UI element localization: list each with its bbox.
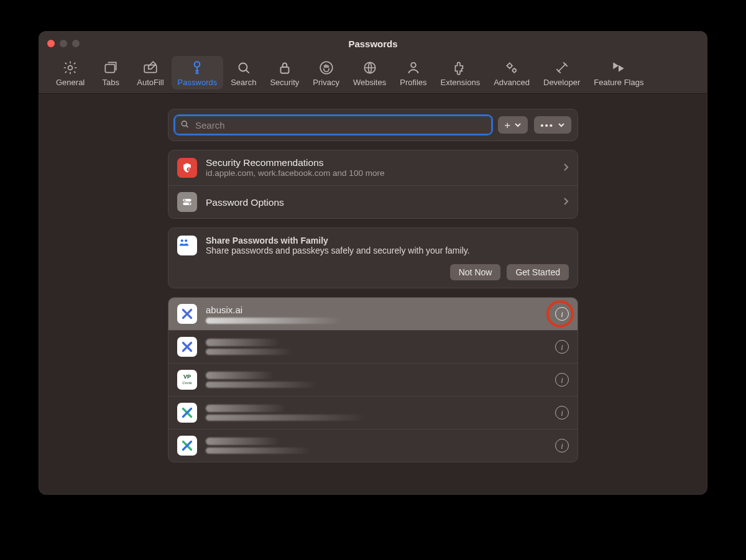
- gears-icon: [504, 60, 520, 76]
- entry-site-redacted: [206, 372, 274, 379]
- share-passwords-panel: Share Passwords with Family Share passwo…: [168, 227, 578, 288]
- svg-point-8: [411, 63, 416, 68]
- search-icon: [180, 119, 190, 131]
- tab-developer[interactable]: Developer: [537, 56, 586, 90]
- info-button[interactable]: i: [555, 340, 569, 354]
- flags-icon: [610, 60, 627, 76]
- window-title: Passwords: [348, 39, 397, 49]
- svg-point-9: [508, 64, 512, 68]
- tab-label: AutoFill: [137, 78, 163, 87]
- svg-point-4: [239, 63, 247, 71]
- info-button[interactable]: i: [555, 373, 569, 387]
- tabs-icon: [103, 60, 119, 76]
- entry-site-redacted: [206, 438, 280, 445]
- site-icon: [177, 337, 197, 357]
- tab-profiles[interactable]: Profiles: [394, 56, 433, 90]
- tab-search[interactable]: Search: [224, 56, 262, 90]
- svg-point-3: [195, 62, 200, 67]
- svg-rect-1: [106, 65, 115, 73]
- info-button[interactable]: i: [555, 307, 569, 321]
- svg-point-16: [184, 200, 186, 201]
- tab-general[interactable]: General: [50, 56, 91, 90]
- site-icon: [177, 403, 197, 423]
- search-field-wrap: [175, 116, 492, 134]
- password-entry[interactable]: VPCirclei: [168, 364, 578, 397]
- chevron-right-icon: [563, 197, 569, 208]
- entry-username-redacted: [206, 415, 367, 421]
- row-title: Security Recommendations: [206, 157, 554, 168]
- info-button[interactable]: i: [555, 439, 569, 452]
- share-title: Share Passwords with Family: [206, 236, 470, 246]
- add-password-button[interactable]: +: [498, 116, 528, 134]
- entry-text: [206, 372, 546, 388]
- tab-label: Developer: [543, 78, 580, 87]
- search-input[interactable]: [175, 116, 492, 134]
- password-entry[interactable]: abusix.aii: [168, 298, 578, 331]
- family-icon: [177, 236, 197, 255]
- entry-username-redacted: [206, 382, 318, 388]
- tab-passwords[interactable]: Passwords: [172, 56, 224, 90]
- minimize-window-button[interactable]: [60, 40, 67, 47]
- globe-icon: [362, 60, 378, 76]
- ellipsis-icon: •••: [540, 120, 554, 131]
- tab-security[interactable]: Security: [264, 56, 305, 90]
- entry-text: [206, 438, 546, 454]
- preferences-toolbar: General Tabs AutoFill Passwords Search S…: [39, 56, 707, 94]
- svg-point-11: [182, 121, 186, 126]
- password-entry[interactable]: i: [168, 429, 578, 462]
- settings-window: Passwords General Tabs AutoFill Password…: [39, 31, 707, 495]
- password-entry[interactable]: i: [168, 331, 578, 364]
- close-window-button[interactable]: [47, 40, 55, 47]
- tab-label: Profiles: [400, 78, 426, 87]
- pencil-card-icon: [142, 60, 159, 76]
- plus-icon: +: [504, 120, 510, 131]
- row-subtitle: id.apple.com, work.facebook.com and 100 …: [206, 168, 554, 179]
- main-stack: + ••• Security Recommendations id.apple.: [168, 109, 578, 495]
- tab-label: Extensions: [441, 78, 481, 87]
- svg-rect-13: [188, 168, 189, 170]
- chevron-down-icon: [514, 121, 522, 129]
- tab-websites[interactable]: Websites: [347, 56, 392, 90]
- info-button[interactable]: i: [555, 406, 569, 420]
- shield-alert-icon: [177, 158, 197, 178]
- password-options-row[interactable]: Password Options: [168, 186, 578, 218]
- tab-autofill[interactable]: AutoFill: [131, 56, 170, 90]
- share-text: Share Passwords with Family Share passwo…: [206, 236, 470, 255]
- entry-text: [206, 405, 546, 421]
- zoom-window-button[interactable]: [72, 40, 80, 47]
- entry-username-redacted: [206, 318, 343, 324]
- svg-point-19: [181, 239, 183, 242]
- get-started-button[interactable]: Get Started: [507, 264, 569, 280]
- tab-label: Advanced: [494, 78, 530, 87]
- password-entry[interactable]: i: [168, 397, 578, 429]
- site-icon: VPCircle: [177, 370, 197, 390]
- chevron-down-icon: [558, 121, 565, 129]
- entry-site-redacted: [206, 405, 287, 412]
- tab-tabs[interactable]: Tabs: [92, 56, 129, 90]
- tab-feature-flags[interactable]: Feature Flags: [587, 56, 650, 90]
- entry-username-redacted: [206, 448, 311, 454]
- switches-icon: [177, 192, 197, 212]
- entry-text: [206, 339, 546, 355]
- window-controls: [47, 40, 80, 47]
- tab-label: Tabs: [103, 78, 119, 87]
- security-recommendations-row[interactable]: Security Recommendations id.apple.com, w…: [168, 150, 578, 186]
- tab-label: Privacy: [313, 78, 339, 87]
- settings-panel: Security Recommendations id.apple.com, w…: [168, 150, 578, 219]
- lock-icon: [277, 60, 293, 76]
- not-now-button[interactable]: Not Now: [450, 264, 501, 280]
- svg-point-18: [188, 203, 190, 205]
- tab-advanced[interactable]: Advanced: [487, 56, 536, 90]
- search-panel: + •••: [168, 109, 578, 141]
- gear-icon: [62, 60, 78, 76]
- svg-point-20: [185, 239, 187, 242]
- more-actions-button[interactable]: •••: [534, 116, 571, 134]
- svg-point-0: [68, 66, 73, 70]
- tab-privacy[interactable]: Privacy: [306, 56, 346, 90]
- site-icon: [177, 436, 197, 456]
- tab-extensions[interactable]: Extensions: [435, 56, 487, 90]
- entry-text: abusix.ai: [206, 305, 546, 324]
- svg-rect-5: [280, 67, 288, 73]
- entry-username-redacted: [206, 349, 293, 355]
- entry-site: abusix.ai: [206, 305, 546, 315]
